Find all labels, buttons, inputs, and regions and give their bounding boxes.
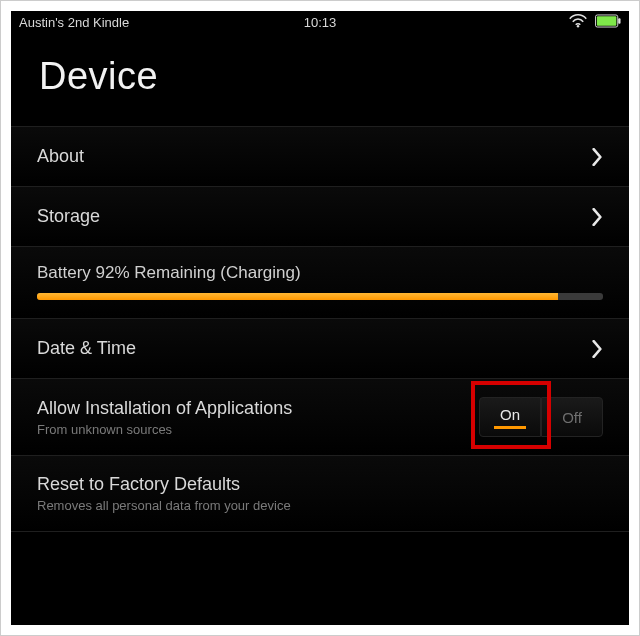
battery-label: Battery 92% Remaining (Charging) (37, 263, 603, 283)
date-time-label: Date & Time (37, 338, 136, 359)
battery-icon (595, 14, 621, 31)
reset-sublabel: Removes all personal data from your devi… (37, 498, 291, 513)
chevron-right-icon (591, 148, 603, 166)
svg-rect-2 (618, 18, 620, 24)
battery-progress-fill (37, 293, 558, 300)
allow-install-sublabel: From unknown sources (37, 422, 292, 437)
row-about[interactable]: About (11, 126, 629, 186)
toggle-on[interactable]: On (479, 397, 541, 437)
row-storage[interactable]: Storage (11, 186, 629, 246)
chevron-right-icon (591, 208, 603, 226)
allow-install-label: Allow Installation of Applications (37, 398, 292, 419)
svg-rect-3 (597, 16, 617, 25)
toggle-on-label: On (500, 406, 520, 423)
device-screen: Austin's 2nd Kindle 10:13 (11, 11, 629, 625)
row-battery: Battery 92% Remaining (Charging) (11, 246, 629, 318)
row-allow-installation: Allow Installation of Applications From … (11, 378, 629, 455)
svg-point-0 (577, 25, 579, 27)
reset-label: Reset to Factory Defaults (37, 474, 291, 495)
status-bar: Austin's 2nd Kindle 10:13 (11, 11, 629, 33)
storage-label: Storage (37, 206, 100, 227)
toggle-off-label: Off (562, 409, 582, 426)
row-date-time[interactable]: Date & Time (11, 318, 629, 378)
allow-install-toggle[interactable]: On Off (479, 397, 603, 437)
about-label: About (37, 146, 84, 167)
clock: 10:13 (11, 15, 629, 30)
battery-progress (37, 293, 603, 300)
chevron-right-icon (591, 340, 603, 358)
page-title: Device (11, 33, 629, 126)
toggle-off[interactable]: Off (541, 397, 603, 437)
wifi-icon (569, 14, 587, 31)
row-reset[interactable]: Reset to Factory Defaults Removes all pe… (11, 455, 629, 532)
